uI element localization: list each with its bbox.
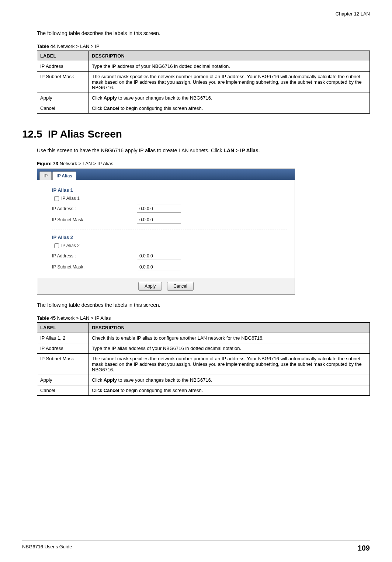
table45: LABEL DESCRIPTION IP Alias 1, 2 Check th…: [37, 322, 370, 396]
table44: LABEL DESCRIPTION IP Address Type the IP…: [37, 51, 370, 114]
alias1-ip-row: IP Address :: [52, 205, 287, 213]
table44-r1-desc: The subnet mask specifies the network nu…: [89, 72, 370, 93]
section-paragraph: Use this screen to have the NBG6716 appl…: [37, 148, 370, 153]
table45-r1-desc: Type the IP alias address of your NBG671…: [89, 343, 370, 354]
table45-num: Table 45: [37, 315, 56, 321]
footer-page-number: 109: [358, 544, 370, 552]
tab-ip-alias[interactable]: IP Alias: [52, 171, 76, 180]
table45-r3-desc: Click Apply to save your changes back to…: [89, 375, 370, 385]
table-row: Cancel Click Cancel to begin configuring…: [37, 103, 370, 114]
table45-caption: Table 45 Network > LAN > IP Alias: [37, 315, 370, 321]
alias2-mask-label: IP Subnet Mask :: [52, 264, 137, 270]
alias1-ip-label: IP Address :: [52, 206, 137, 211]
alias2-checkbox-label: IP Alias 2: [61, 243, 80, 248]
apply-button[interactable]: Apply: [138, 282, 162, 291]
table45-r2-label: IP Subnet Mask: [37, 354, 89, 375]
table44-num: Table 44: [37, 44, 56, 49]
section-heading: 12.5 IP Alias Screen: [22, 128, 370, 140]
table44-r3-desc: Click Cancel to begin configuring this s…: [89, 103, 370, 114]
table-row: Cancel Click Cancel to begin configuring…: [37, 385, 370, 396]
alias1-title: IP Alias 1: [52, 187, 287, 193]
alias1-checkbox-row: IP Alias 1: [54, 196, 287, 201]
alias1-checkbox[interactable]: [54, 196, 59, 201]
alias2-mask-input[interactable]: [137, 263, 181, 271]
page-header-chapter: Chapter 12 LAN: [37, 11, 370, 19]
table44-caption-text: Network > LAN > IP: [56, 44, 100, 49]
alias2-ip-input[interactable]: [137, 252, 181, 260]
alias1-checkbox-label: IP Alias 1: [61, 196, 80, 201]
table-row: IP Address Type the IP address of your N…: [37, 61, 370, 72]
table-row: IP Subnet Mask The subnet mask specifies…: [37, 354, 370, 375]
table44-r1-label: IP Subnet Mask: [37, 72, 89, 93]
alias2-title: IP Alias 2: [52, 235, 287, 240]
alias2-mask-row: IP Subnet Mask :: [52, 263, 287, 271]
alias1-mask-row: IP Subnet Mask :: [52, 216, 287, 224]
table-row: IP Subnet Mask The subnet mask specifies…: [37, 72, 370, 93]
table44-r0-desc: Type the IP address of your NBG6716 in d…: [89, 61, 370, 72]
table45-caption-text: Network > LAN > IP Alias: [56, 315, 111, 321]
table45-r4-label: Cancel: [37, 385, 89, 396]
table-row: Apply Click Apply to save your changes b…: [37, 93, 370, 103]
table44-header-label: LABEL: [37, 51, 89, 61]
table45-r4-desc: Click Cancel to begin configuring this s…: [89, 385, 370, 396]
table45-r3-label: Apply: [37, 375, 89, 385]
table-row: Apply Click Apply to save your changes b…: [37, 375, 370, 385]
table-row: IP Alias 1, 2 Check this to enable IP al…: [37, 333, 370, 343]
ip-alias-screenshot: IP IP Alias IP Alias 1 IP Alias 1 IP Add…: [37, 169, 295, 295]
footer-guide-name: NBG6716 User's Guide: [22, 544, 72, 552]
table45-header-label: LABEL: [37, 323, 89, 333]
intro-text-2: The following table describes the labels…: [37, 302, 370, 308]
table44-caption: Table 44 Network > LAN > IP: [37, 44, 370, 49]
figure73-caption: Figure 73 Network > LAN > IP Alias: [37, 161, 370, 166]
section-divider: [52, 229, 287, 229]
table45-r1-label: IP Address: [37, 343, 89, 354]
figure73-caption-text: Network > LAN > IP Alias: [58, 161, 113, 166]
page-footer: NBG6716 User's Guide 109: [22, 541, 370, 552]
alias1-mask-input[interactable]: [137, 216, 181, 224]
table45-r0-desc: Check this to enable IP alias to configu…: [89, 333, 370, 343]
table44-r3-label: Cancel: [37, 103, 89, 114]
section-number: 12.5: [22, 128, 42, 140]
table45-r0-label: IP Alias 1, 2: [37, 333, 89, 343]
figure-content: IP Alias 1 IP Alias 1 IP Address : IP Su…: [37, 180, 295, 278]
table45-r2-desc: The subnet mask specifies the network nu…: [89, 354, 370, 375]
section-title: IP Alias Screen: [48, 128, 122, 140]
table44-r2-label: Apply: [37, 93, 89, 103]
alias1-ip-input[interactable]: [137, 205, 181, 213]
figure73-num: Figure 73: [37, 161, 58, 166]
table44-header-desc: DESCRIPTION: [89, 51, 370, 61]
alias2-ip-row: IP Address :: [52, 252, 287, 260]
alias2-checkbox[interactable]: [54, 243, 59, 248]
tab-bar: IP IP Alias: [37, 169, 295, 180]
table44-r2-desc: Click Apply to save your changes back to…: [89, 93, 370, 103]
button-row: Apply Cancel: [37, 278, 295, 294]
table-row: IP Address Type the IP alias address of …: [37, 343, 370, 354]
table44-r0-label: IP Address: [37, 61, 89, 72]
table45-header-desc: DESCRIPTION: [89, 323, 370, 333]
tab-ip[interactable]: IP: [39, 171, 52, 180]
alias2-checkbox-row: IP Alias 2: [54, 243, 287, 248]
alias1-mask-label: IP Subnet Mask :: [52, 217, 137, 222]
cancel-button[interactable]: Cancel: [167, 282, 193, 291]
alias2-ip-label: IP Address :: [52, 253, 137, 259]
intro-text-1: The following table describes the labels…: [37, 30, 370, 36]
